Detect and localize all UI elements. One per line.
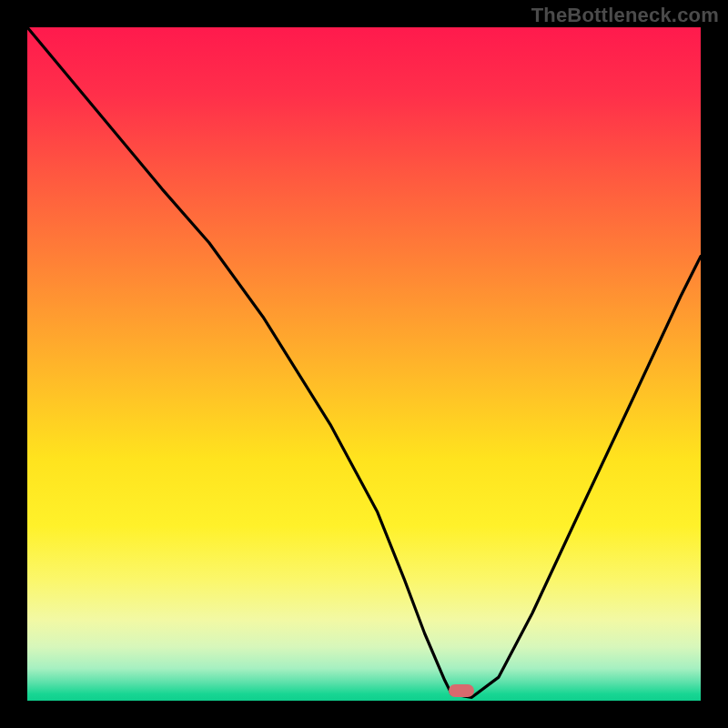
plot-area — [27, 27, 701, 701]
bottleneck-curve — [27, 27, 701, 701]
optimal-point-marker — [449, 684, 474, 697]
chart-frame: TheBottleneck.com — [0, 0, 728, 728]
watermark-text: TheBottleneck.com — [531, 4, 719, 27]
